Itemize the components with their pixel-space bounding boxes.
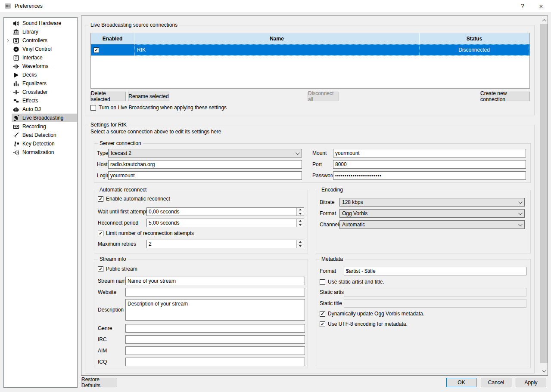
enable-reconnect-checkbox[interactable]: ✓ <box>98 196 103 202</box>
spin-up-icon[interactable] <box>297 208 304 212</box>
period-spinbox[interactable] <box>146 219 304 227</box>
spin-down-icon[interactable] <box>297 223 304 227</box>
static-title-label: Static title <box>320 300 342 306</box>
title-bar: Preferences ? × <box>0 0 551 12</box>
stream-name-input[interactable] <box>125 277 305 285</box>
turn-on-broadcasting-checkbox[interactable] <box>90 105 96 111</box>
dynamic-update-checkbox[interactable]: ✓ <box>320 311 325 317</box>
scroll-down-icon[interactable] <box>540 368 548 375</box>
key-icon <box>12 140 19 147</box>
irc-input[interactable] <box>125 335 305 344</box>
name-cell[interactable]: RfK <box>134 44 420 56</box>
sidebar-item-key-detection[interactable]: Key Detection <box>4 139 77 148</box>
sidebar-item-interface[interactable]: Interface <box>4 53 77 62</box>
chevron-down-icon <box>518 211 523 215</box>
restore-defaults-button[interactable]: Restore Defaults <box>81 378 117 387</box>
close-button[interactable]: × <box>531 0 551 12</box>
format-select[interactable]: Ogg Vorbis <box>339 209 525 218</box>
sidebar-item-recording[interactable]: Recording <box>4 122 77 131</box>
automatic-reconnect-group: Automatic reconnect ✓ Enable automatic r… <box>94 190 308 253</box>
sidebar-item-beat-detection[interactable]: Beat Detection <box>4 131 77 139</box>
icq-input[interactable] <box>125 358 305 366</box>
enabled-checkbox[interactable]: ✓ <box>93 47 99 53</box>
sidebar-item-controllers[interactable]: Controllers <box>4 36 77 45</box>
waveform-icon <box>12 63 19 70</box>
website-label: Website <box>98 289 116 295</box>
genre-label: Genre <box>98 325 112 331</box>
utf8-checkbox[interactable]: ✓ <box>320 321 325 327</box>
spin-up-icon[interactable] <box>297 219 304 223</box>
spin-down-icon[interactable] <box>297 244 304 248</box>
password-input[interactable] <box>333 171 526 180</box>
column-header-status[interactable]: Status <box>420 33 529 44</box>
retries-spinbox[interactable] <box>146 240 304 248</box>
scrollbar-thumb[interactable] <box>540 24 548 363</box>
sidebar-item-decks[interactable]: Decks <box>4 71 77 79</box>
host-input[interactable] <box>108 160 302 169</box>
connections-table: Enabled Name Status ✓ RfK Disconnected <box>90 33 530 89</box>
static-artist-label: Static artist <box>320 289 345 295</box>
source-connections-group: Live Broadcasting source connections Ena… <box>85 25 535 115</box>
help-button[interactable]: ? <box>513 0 532 12</box>
metadata-format-label: Format <box>320 268 336 274</box>
sidebar-item-sound-hardware[interactable]: Sound Hardware <box>4 19 77 28</box>
normalization-icon <box>12 149 19 156</box>
type-label: Type <box>97 150 108 156</box>
sidebar-item-live-broadcasting[interactable]: Live Broadcasting <box>4 114 77 122</box>
disconnect-all-button: Disconnect all <box>308 92 339 101</box>
sidebar-item-normalization[interactable]: Normalization <box>4 148 77 157</box>
enabled-cell[interactable]: ✓ <box>91 44 134 56</box>
port-input[interactable] <box>333 160 526 169</box>
chevron-down-icon <box>518 200 523 204</box>
vertical-scrollbar[interactable] <box>540 16 548 375</box>
limit-attempts-checkbox[interactable]: ✓ <box>98 231 103 236</box>
expand-arrow-icon[interactable] <box>6 39 9 42</box>
port-label: Port <box>312 161 322 167</box>
aim-input[interactable] <box>125 346 305 355</box>
create-new-connection-button[interactable]: Create new connection <box>480 92 530 101</box>
apply-button[interactable]: Apply <box>516 378 546 387</box>
rename-selected-button[interactable]: Rename selected <box>128 92 169 101</box>
public-stream-checkbox[interactable]: ✓ <box>98 266 103 272</box>
sidebar-item-effects[interactable]: Effects <box>4 96 77 105</box>
sidebar-item-equalizers[interactable]: Equalizers <box>4 79 77 88</box>
settings-hint: Select a source connection above to edit… <box>90 129 221 135</box>
metadata-format-input[interactable] <box>344 267 526 275</box>
bitrate-select[interactable]: 128 kbps <box>339 198 525 207</box>
server-connection-group: Server connection Type Icecast 2 Mount H… <box>94 143 531 183</box>
spin-up-icon[interactable] <box>297 240 304 244</box>
public-stream-row: ✓ Public stream <box>98 266 137 272</box>
table-header: Enabled Name Status <box>91 33 529 44</box>
scroll-up-icon[interactable] <box>540 16 548 23</box>
stream-info-group: Stream info ✓ Public stream Stream name … <box>94 259 308 368</box>
website-input[interactable] <box>125 288 305 296</box>
static-metadata-checkbox[interactable] <box>320 279 325 285</box>
genre-input[interactable] <box>125 324 305 333</box>
login-input[interactable] <box>108 171 302 180</box>
mount-input[interactable] <box>333 149 526 157</box>
sidebar-item-vinyl-control[interactable]: Vinyl Control <box>4 45 77 53</box>
sidebar-item-library[interactable]: Library <box>4 28 77 36</box>
description-textarea[interactable]: Description of your stream <box>125 299 305 321</box>
wait-spinbox[interactable] <box>146 207 304 216</box>
sidebar-item-waveforms[interactable]: Waveforms <box>4 62 77 71</box>
equalizer-icon <box>12 80 19 87</box>
table-row[interactable]: ✓ RfK Disconnected <box>91 44 529 56</box>
column-header-name[interactable]: Name <box>134 33 420 44</box>
sidebar-item-auto-dj[interactable]: Auto DJ <box>4 105 77 114</box>
type-select[interactable]: Icecast 2 <box>108 149 302 157</box>
ok-button[interactable]: OK <box>446 378 476 387</box>
metadata-group: Metadata Format Use static artist and ti… <box>316 259 531 368</box>
column-header-enabled[interactable]: Enabled <box>91 33 134 44</box>
format-label: Format <box>320 210 336 216</box>
delete-selected-button[interactable]: Delete selected <box>90 92 126 101</box>
description-label: Description <box>98 307 124 313</box>
sidebar-item-crossfader[interactable]: Crossfader <box>4 88 77 96</box>
crossfader-icon <box>12 89 19 96</box>
interface-icon <box>12 54 19 61</box>
cancel-button[interactable]: Cancel <box>481 378 511 387</box>
stream-name-label: Stream name <box>98 278 129 284</box>
channels-select[interactable]: Automatic <box>339 220 525 229</box>
speaker-icon <box>12 20 19 27</box>
spin-down-icon[interactable] <box>297 212 304 216</box>
